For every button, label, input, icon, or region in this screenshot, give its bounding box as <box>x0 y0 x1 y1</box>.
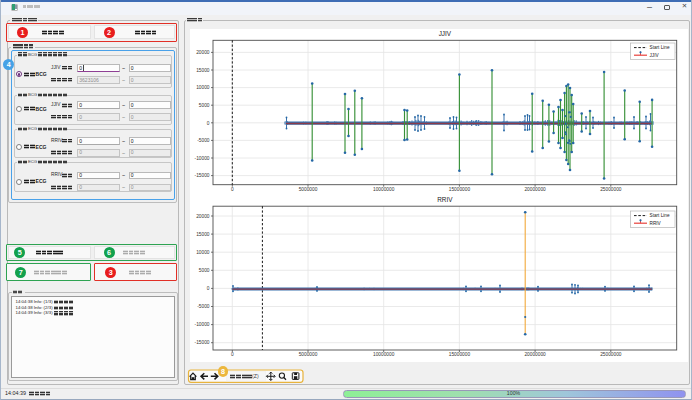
svg-text:-10000: -10000 <box>195 322 210 327</box>
svg-text:20000000: 20000000 <box>524 352 546 357</box>
svg-text:0: 0 <box>207 121 210 126</box>
svg-text:25000000: 25000000 <box>600 352 622 357</box>
svg-text:5000000: 5000000 <box>299 352 318 357</box>
svg-text:0: 0 <box>207 286 210 291</box>
svg-text:15000000: 15000000 <box>449 352 471 357</box>
svg-text:5000: 5000 <box>199 268 210 273</box>
svg-text:RRIV: RRIV <box>437 196 453 203</box>
svg-text:Start Line: Start Line <box>650 45 670 50</box>
svg-text:5000: 5000 <box>199 103 210 108</box>
svg-text:20000000: 20000000 <box>524 187 546 192</box>
svg-text:JJIV: JJIV <box>439 30 452 37</box>
svg-text:5000000: 5000000 <box>299 187 318 192</box>
svg-text:JJIV: JJIV <box>650 53 660 58</box>
svg-text:-15000: -15000 <box>195 173 210 178</box>
svg-text:-5000: -5000 <box>197 304 210 309</box>
svg-text:20000: 20000 <box>196 50 210 55</box>
svg-text:10000: 10000 <box>196 85 210 90</box>
svg-text:Start Line: Start Line <box>650 213 670 218</box>
svg-text:10000000: 10000000 <box>373 187 395 192</box>
svg-text:25000000: 25000000 <box>600 187 622 192</box>
svg-text:10000000: 10000000 <box>373 352 395 357</box>
svg-text:RRIV: RRIV <box>650 221 662 226</box>
svg-text:-5000: -5000 <box>197 138 210 143</box>
svg-text:15000: 15000 <box>196 68 210 73</box>
svg-text:15000000: 15000000 <box>449 187 471 192</box>
svg-text:10000: 10000 <box>196 250 210 255</box>
svg-text:-15000: -15000 <box>195 340 210 345</box>
svg-text:-10000: -10000 <box>195 156 210 161</box>
svg-text:15000: 15000 <box>196 232 210 237</box>
svg-text:0: 0 <box>231 352 234 357</box>
svg-text:20000: 20000 <box>196 214 210 219</box>
svg-text:0: 0 <box>231 187 234 192</box>
